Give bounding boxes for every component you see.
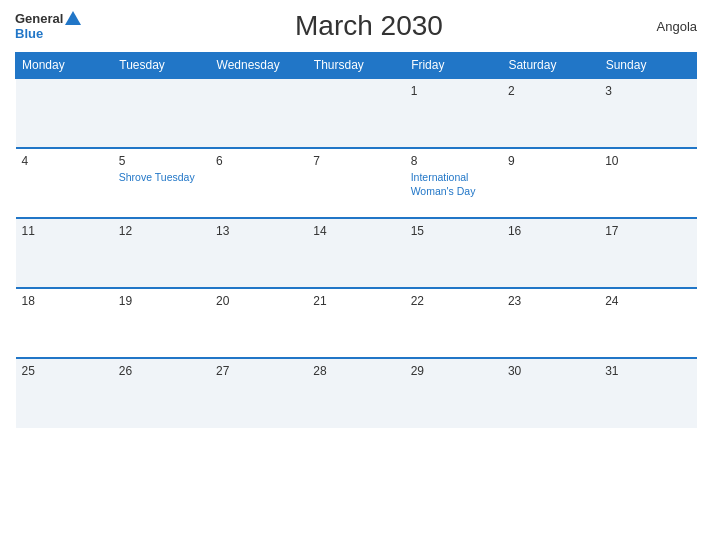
day-number: 6 (216, 154, 301, 168)
calendar-cell: 27 (210, 358, 307, 428)
calendar-cell: 9 (502, 148, 599, 218)
day-number: 2 (508, 84, 593, 98)
day-number: 31 (605, 364, 690, 378)
calendar-cell: 28 (307, 358, 404, 428)
day-number: 23 (508, 294, 593, 308)
country-label: Angola (657, 19, 697, 34)
day-number: 20 (216, 294, 301, 308)
calendar-cell (113, 78, 210, 148)
calendar-cell: 25 (16, 358, 113, 428)
calendar-cell: 20 (210, 288, 307, 358)
header-saturday: Saturday (502, 53, 599, 79)
day-number: 10 (605, 154, 690, 168)
day-number: 15 (411, 224, 496, 238)
calendar-cell: 17 (599, 218, 696, 288)
header-monday: Monday (16, 53, 113, 79)
calendar-row: 45Shrove Tuesday678International Woman's… (16, 148, 697, 218)
event-label: Shrove Tuesday (119, 171, 204, 185)
header: General Blue March 2030 Angola (15, 10, 697, 42)
calendar-cell: 11 (16, 218, 113, 288)
calendar-row: 123 (16, 78, 697, 148)
header-thursday: Thursday (307, 53, 404, 79)
day-number: 26 (119, 364, 204, 378)
day-number: 27 (216, 364, 301, 378)
logo: General Blue (15, 11, 81, 41)
calendar-cell (16, 78, 113, 148)
calendar-cell: 29 (405, 358, 502, 428)
logo-general-text: General (15, 12, 63, 26)
calendar-title: March 2030 (81, 10, 656, 42)
day-number: 13 (216, 224, 301, 238)
calendar-cell: 8International Woman's Day (405, 148, 502, 218)
day-number: 1 (411, 84, 496, 98)
day-number: 12 (119, 224, 204, 238)
calendar-cell: 2 (502, 78, 599, 148)
event-label: International Woman's Day (411, 171, 496, 198)
day-number: 11 (22, 224, 107, 238)
day-number: 28 (313, 364, 398, 378)
calendar-cell: 15 (405, 218, 502, 288)
calendar-row: 11121314151617 (16, 218, 697, 288)
header-sunday: Sunday (599, 53, 696, 79)
calendar-cell: 22 (405, 288, 502, 358)
calendar-cell: 21 (307, 288, 404, 358)
day-number: 5 (119, 154, 204, 168)
header-wednesday: Wednesday (210, 53, 307, 79)
calendar-cell: 13 (210, 218, 307, 288)
calendar-cell (210, 78, 307, 148)
calendar-table: Monday Tuesday Wednesday Thursday Friday… (15, 52, 697, 428)
logo-triangle-icon (65, 11, 81, 25)
calendar-page: General Blue March 2030 Angola Monday Tu… (0, 0, 712, 550)
calendar-cell: 30 (502, 358, 599, 428)
calendar-row: 18192021222324 (16, 288, 697, 358)
day-number: 4 (22, 154, 107, 168)
calendar-cell: 14 (307, 218, 404, 288)
day-number: 30 (508, 364, 593, 378)
day-number: 17 (605, 224, 690, 238)
day-number: 19 (119, 294, 204, 308)
calendar-cell: 24 (599, 288, 696, 358)
day-number: 3 (605, 84, 690, 98)
calendar-cell: 16 (502, 218, 599, 288)
calendar-cell: 12 (113, 218, 210, 288)
calendar-row: 25262728293031 (16, 358, 697, 428)
day-number: 29 (411, 364, 496, 378)
day-number: 16 (508, 224, 593, 238)
calendar-cell: 3 (599, 78, 696, 148)
calendar-cell: 6 (210, 148, 307, 218)
calendar-cell: 23 (502, 288, 599, 358)
day-number: 7 (313, 154, 398, 168)
header-tuesday: Tuesday (113, 53, 210, 79)
calendar-cell: 10 (599, 148, 696, 218)
day-number: 25 (22, 364, 107, 378)
day-number: 9 (508, 154, 593, 168)
calendar-cell: 5Shrove Tuesday (113, 148, 210, 218)
calendar-cell: 26 (113, 358, 210, 428)
calendar-cell: 19 (113, 288, 210, 358)
calendar-cell: 18 (16, 288, 113, 358)
day-number: 21 (313, 294, 398, 308)
calendar-cell (307, 78, 404, 148)
weekday-header-row: Monday Tuesday Wednesday Thursday Friday… (16, 53, 697, 79)
day-number: 18 (22, 294, 107, 308)
logo-blue-text: Blue (15, 27, 81, 41)
calendar-cell: 31 (599, 358, 696, 428)
calendar-cell: 7 (307, 148, 404, 218)
day-number: 8 (411, 154, 496, 168)
calendar-cell: 1 (405, 78, 502, 148)
calendar-cell: 4 (16, 148, 113, 218)
day-number: 22 (411, 294, 496, 308)
day-number: 24 (605, 294, 690, 308)
day-number: 14 (313, 224, 398, 238)
header-friday: Friday (405, 53, 502, 79)
